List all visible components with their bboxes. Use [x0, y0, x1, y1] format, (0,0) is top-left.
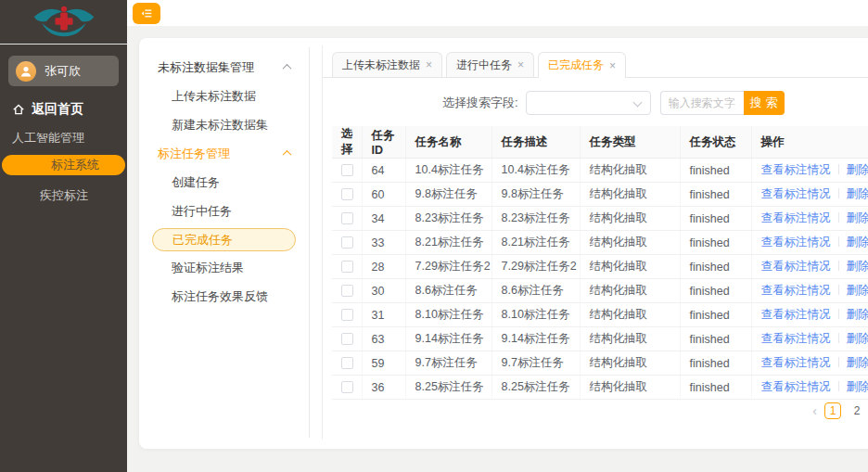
- view-annotation-link[interactable]: 查看标注情况: [761, 211, 831, 224]
- delete-link[interactable]: 删除: [847, 308, 868, 321]
- row-checkbox[interactable]: [341, 309, 353, 321]
- table-row: 34 8.23标注任务 8.23标注任务 结构化抽取 finished 查看标注…: [332, 207, 868, 231]
- action-divider: [838, 236, 839, 247]
- view-annotation-link[interactable]: 查看标注情况: [761, 332, 831, 345]
- task-name-cell: 8.10标注任务: [405, 303, 491, 327]
- header-select: 选择: [332, 126, 362, 159]
- sidebar-item-annotation-system[interactable]: 标注系统: [2, 155, 125, 175]
- task-name-cell: 8.25标注任务: [405, 376, 491, 400]
- view-annotation-link[interactable]: 查看标注情况: [761, 308, 831, 321]
- view-annotation-link[interactable]: 查看标注情况: [761, 187, 831, 200]
- menu-item-verify-results[interactable]: 验证标注结果: [139, 253, 309, 282]
- search-input[interactable]: [660, 91, 744, 115]
- hospital-logo-icon: [29, 4, 99, 39]
- task-type-cell: 结构化抽取: [580, 351, 680, 376]
- row-checkbox[interactable]: [341, 212, 353, 224]
- menu-group-annotation-tasks[interactable]: 标注任务管理: [139, 139, 309, 168]
- menu-fold-icon: [140, 7, 153, 19]
- task-status-cell: finished: [680, 327, 751, 351]
- annotation-console-page: { "sidebar": { "user_name": "张可欣", "home…: [0, 0, 868, 472]
- task-status-cell: finished: [680, 279, 751, 303]
- task-type-cell: 结构化抽取: [580, 255, 680, 279]
- sidebar-item-cdc-annotation[interactable]: 疾控标注: [40, 187, 127, 204]
- delete-link[interactable]: 删除: [847, 284, 868, 297]
- delete-link[interactable]: 删除: [847, 187, 868, 200]
- task-type-cell: 结构化抽取: [580, 303, 680, 327]
- task-id-cell: 34: [362, 207, 405, 231]
- menu-item-completed-tasks[interactable]: 已完成任务: [152, 228, 296, 251]
- delete-link[interactable]: 删除: [847, 380, 868, 393]
- row-checkbox[interactable]: [341, 285, 353, 297]
- row-checkbox[interactable]: [341, 236, 353, 249]
- pagination: ‹ 1 2: [812, 402, 865, 419]
- task-type-cell: 结构化抽取: [580, 183, 680, 207]
- search-input-group: 搜 索: [660, 91, 785, 115]
- task-desc-cell: 8.10标注任务: [491, 303, 580, 327]
- sidebar-home-label: 返回首页: [32, 101, 83, 118]
- action-divider: [838, 333, 839, 343]
- tab-upload-unlabeled-data[interactable]: 上传未标注数据 ×: [332, 52, 442, 77]
- close-icon[interactable]: ×: [609, 60, 616, 71]
- row-checkbox[interactable]: [341, 164, 353, 176]
- menu-item-new-unlabeled-dataset[interactable]: 新建未标注数据集: [139, 110, 309, 139]
- user-chip[interactable]: 张可欣: [8, 56, 119, 86]
- task-id-cell: 33: [362, 231, 405, 255]
- delete-link[interactable]: 删除: [847, 236, 868, 249]
- app-logo: [0, 0, 127, 42]
- row-checkbox[interactable]: [341, 261, 353, 273]
- menu-item-task-feedback[interactable]: 标注任务效果反馈: [139, 282, 309, 311]
- task-status-cell: finished: [680, 303, 751, 327]
- menu-item-tasks-in-progress[interactable]: 进行中任务: [139, 197, 309, 225]
- page-button-2[interactable]: 2: [849, 402, 865, 419]
- task-id-cell: 36: [362, 376, 405, 400]
- table-row: 63 9.14标注任务 9.14标注任务 结构化抽取 finished 查看标注…: [332, 327, 868, 351]
- task-id-cell: 60: [362, 183, 405, 207]
- tab-completed-tasks[interactable]: 已完成任务 ×: [538, 52, 626, 78]
- view-annotation-link[interactable]: 查看标注情况: [761, 284, 831, 297]
- task-name-cell: 9.7标注任务: [405, 351, 491, 376]
- menu-item-create-task[interactable]: 创建任务: [139, 168, 309, 197]
- search-field-select[interactable]: [526, 91, 651, 115]
- view-annotation-link[interactable]: 查看标注情况: [761, 356, 831, 369]
- delete-link[interactable]: 删除: [847, 211, 868, 224]
- close-icon[interactable]: ×: [517, 59, 524, 70]
- task-type-cell: 结构化抽取: [580, 279, 680, 303]
- delete-link[interactable]: 删除: [847, 260, 868, 273]
- task-id-cell: 63: [362, 327, 405, 351]
- header-task-desc: 任务描述: [491, 126, 580, 159]
- collapse-menu-button[interactable]: [133, 3, 160, 24]
- action-divider: [838, 381, 839, 391]
- view-annotation-link[interactable]: 查看标注情况: [761, 236, 831, 249]
- task-desc-cell: 10.4标注任务: [491, 159, 580, 183]
- table-row: 64 10.4标注任务 10.4标注任务 结构化抽取 finished 查看标注…: [332, 159, 868, 183]
- table-row: 33 8.21标注任务 8.21标注任务 结构化抽取 finished 查看标注…: [332, 231, 868, 255]
- view-annotation-link[interactable]: 查看标注情况: [761, 163, 831, 176]
- task-desc-cell: 8.23标注任务: [491, 207, 580, 231]
- sidebar-item-ai-management[interactable]: 人工智能管理: [12, 130, 127, 147]
- task-status-cell: finished: [680, 207, 751, 231]
- menu-group-unlabeled-datasets[interactable]: 未标注数据集管理: [139, 53, 309, 82]
- page-button-1[interactable]: 1: [824, 402, 841, 419]
- close-icon[interactable]: ×: [426, 59, 432, 70]
- row-checkbox[interactable]: [341, 333, 353, 345]
- delete-link[interactable]: 删除: [847, 332, 868, 345]
- table-row: 36 8.25标注任务 8.25标注任务 结构化抽取 finished 查看标注…: [332, 376, 868, 400]
- row-checkbox[interactable]: [341, 357, 353, 369]
- search-button[interactable]: 搜 索: [744, 91, 785, 115]
- view-annotation-link[interactable]: 查看标注情况: [761, 380, 831, 393]
- view-annotation-link[interactable]: 查看标注情况: [761, 260, 831, 273]
- action-divider: [838, 188, 839, 198]
- prev-page-icon[interactable]: ‹: [812, 404, 817, 417]
- table-row: 31 8.10标注任务 8.10标注任务 结构化抽取 finished 查看标注…: [332, 303, 868, 327]
- delete-link[interactable]: 删除: [847, 356, 868, 369]
- row-checkbox[interactable]: [341, 381, 353, 393]
- row-checkbox[interactable]: [341, 188, 353, 200]
- sidebar-item-home[interactable]: 返回首页: [12, 101, 127, 118]
- tab-tasks-in-progress[interactable]: 进行中任务 ×: [446, 52, 534, 77]
- header-task-name: 任务名称: [405, 126, 491, 159]
- table-row: 59 9.7标注任务 9.7标注任务 结构化抽取 finished 查看标注情况…: [332, 351, 868, 376]
- menu-item-upload-unlabeled-data[interactable]: 上传未标注数据: [139, 82, 309, 110]
- top-bar: [127, 0, 868, 26]
- delete-link[interactable]: 删除: [847, 163, 868, 176]
- task-name-cell: 8.6标注任务: [405, 279, 491, 303]
